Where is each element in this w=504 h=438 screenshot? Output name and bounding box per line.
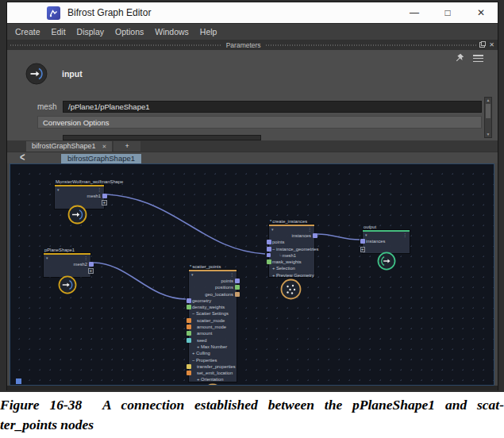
- wire-instances-to-output[interactable]: [317, 234, 360, 240]
- port-label-density-weights: density_weights: [192, 305, 225, 309]
- port-instance-geometries-in[interactable]: [267, 247, 271, 252]
- port-positions-out[interactable]: [235, 285, 240, 290]
- port-label-mesh1-in: mesh1: [283, 253, 296, 258]
- dirty-marker: *: [270, 219, 271, 224]
- minimize-button[interactable]: —: [409, 2, 420, 23]
- port-density-weights-in[interactable]: [187, 305, 191, 309]
- menu-windows[interactable]: Windows: [155, 27, 189, 36]
- canvas-resize-handle[interactable]: [16, 378, 21, 384]
- section-preview-geometry[interactable]: + Preview Geometry: [272, 273, 314, 278]
- port-scatter-mode-in[interactable]: [187, 318, 191, 323]
- menu-edit[interactable]: Edit: [52, 27, 66, 36]
- port-transfer-properties-in[interactable]: [187, 364, 191, 369]
- port-mesh2-out[interactable]: [89, 262, 94, 267]
- node-menu-icon[interactable]: ⋮: [308, 226, 313, 232]
- tab-close-icon[interactable]: ✕: [102, 141, 107, 152]
- node-output[interactable]: output ▾⋮ instances +: [363, 230, 410, 253]
- add-port-button[interactable]: +: [360, 247, 366, 252]
- bifrost-graph-editor-window: Bifrost Graph Editor — □ ✕ Create Edit D…: [6, 2, 498, 390]
- input-badge-icon: [67, 205, 87, 228]
- port-seed-in[interactable]: [187, 338, 191, 343]
- wire-mesh1-to-create-instances[interactable]: [107, 194, 265, 254]
- menu-display[interactable]: Display: [77, 27, 104, 36]
- port-mesh1-in[interactable]: [267, 253, 271, 257]
- section-properties[interactable]: − Properties: [192, 358, 217, 363]
- chevron-down-icon[interactable]: ▾: [46, 255, 48, 261]
- scroll-up-icon[interactable]: ▲: [485, 98, 491, 103]
- title-bar: Bifrost Graph Editor — □ ✕: [7, 2, 498, 23]
- scatter-badge-icon: [202, 383, 223, 386]
- breadcrumb[interactable]: bifrostGraphShape1: [61, 154, 141, 163]
- menu-options[interactable]: Options: [115, 27, 144, 36]
- node-monsterwolfman[interactable]: MonsterWolfman_wolfmanShape ▾⋮ mesh1 +: [55, 185, 104, 209]
- port-label-amount: amount: [197, 331, 212, 336]
- pin-icon[interactable]: [456, 53, 464, 62]
- port-label-instances: instances: [292, 233, 312, 238]
- close-button[interactable]: ✕: [475, 2, 487, 23]
- parameters-panel-header: Parameters ✕: [7, 40, 498, 50]
- parameters-scrollbar[interactable]: ▲ ▼: [484, 97, 492, 138]
- node-menu-icon[interactable]: ⋮: [84, 255, 89, 261]
- menu-help[interactable]: Help: [200, 27, 217, 36]
- port-points-in[interactable]: [267, 240, 271, 244]
- mesh-field-input[interactable]: /pPlane1/pPlaneShape1: [63, 101, 482, 113]
- caption-line-2: ter_points nodes: [0, 415, 504, 435]
- panel-grip-right[interactable]: [266, 44, 477, 46]
- chevron-down-icon[interactable]: ▾: [271, 226, 274, 232]
- node-menu-icon[interactable]: ⋮: [230, 271, 235, 278]
- node-menu-icon[interactable]: ⋮: [98, 186, 102, 193]
- back-icon[interactable]: <: [20, 151, 25, 163]
- add-port-button[interactable]: +: [88, 268, 94, 274]
- panel-close-icon[interactable]: ✕: [489, 41, 494, 48]
- port-points-out[interactable]: [235, 279, 240, 283]
- node-scatter-points[interactable]: *scatter_points ▾⋮ points positions geo_…: [189, 270, 237, 382]
- section-orientation[interactable]: + Orientation: [197, 377, 223, 382]
- new-tab-button[interactable]: +: [113, 141, 140, 152]
- chevron-down-icon[interactable]: ▾: [365, 232, 367, 238]
- port-geo-locations-out[interactable]: [235, 292, 240, 297]
- port-label-seed: seed: [197, 338, 207, 343]
- breadcrumb-bar: < bifrostGraphShape1: [7, 152, 498, 163]
- window-bottom-edge: [7, 386, 498, 390]
- port-label-mesh1: mesh1: [87, 194, 101, 198]
- node-title: scatter_points: [192, 264, 221, 269]
- node-menu-icon[interactable]: ⋮: [403, 232, 408, 238]
- port-label-positions: positions: [215, 285, 233, 290]
- scroll-down-icon[interactable]: ▼: [485, 132, 491, 137]
- parameters-panel-title: Parameters: [221, 41, 266, 49]
- section-culling[interactable]: + Culling: [192, 351, 210, 355]
- port-instances-out[interactable]: [313, 233, 317, 238]
- port-mask-weights-in[interactable]: [267, 259, 271, 264]
- section-selection[interactable]: + Selection: [272, 266, 295, 271]
- node-graph-canvas[interactable]: MonsterWolfman_wolfmanShape ▾⋮ mesh1 + p…: [10, 163, 494, 386]
- port-label-instances-in: instances: [366, 239, 386, 244]
- float-panel-icon[interactable]: [479, 42, 485, 48]
- port-geometry-in[interactable]: [187, 298, 191, 303]
- node-title: create_instances: [272, 219, 307, 224]
- add-port-button[interactable]: +: [102, 200, 107, 206]
- panel-grip-left[interactable]: [10, 44, 221, 46]
- node-title: pPlaneShape1: [44, 248, 75, 252]
- port-amount-mode-in[interactable]: [187, 325, 191, 329]
- maximize-button[interactable]: □: [442, 2, 453, 23]
- section-scatter-settings[interactable]: − Scatter Settings: [192, 311, 229, 316]
- port-mesh1-out[interactable]: [102, 194, 107, 198]
- menu-create[interactable]: Create: [15, 27, 40, 36]
- chevron-down-icon[interactable]: ▾: [57, 186, 60, 193]
- panel-menu-icon[interactable]: [473, 55, 483, 62]
- port-amount-in[interactable]: [187, 331, 191, 336]
- node-create-instances[interactable]: *create_instances ▾⋮ instances points − …: [269, 225, 314, 277]
- chevron-down-icon[interactable]: ▾: [191, 271, 194, 278]
- scrollbar-thumb[interactable]: [486, 104, 491, 118]
- node-pplaneshape1[interactable]: pPlaneShape1 ▾⋮ mesh2 +: [44, 253, 90, 277]
- conversion-options-section[interactable]: Conversion Options: [37, 116, 482, 129]
- port-label-points: points: [221, 279, 233, 283]
- window-title: Bifrost Graph Editor: [67, 7, 151, 18]
- section-max-number[interactable]: + Max Number: [197, 344, 227, 349]
- port-instances-in[interactable]: [360, 239, 365, 244]
- wire-mesh2-to-scatter-geometry[interactable]: [94, 263, 186, 299]
- port-set-emit-location-in[interactable]: [187, 371, 191, 375]
- caption-line-1: Figure 16-38 A connection established be…: [0, 395, 504, 415]
- section-instance-geometries[interactable]: − instance_geometries: [272, 247, 319, 252]
- tab-bifrostgraphshape1[interactable]: bifrostGraphShape1 ✕: [26, 141, 112, 152]
